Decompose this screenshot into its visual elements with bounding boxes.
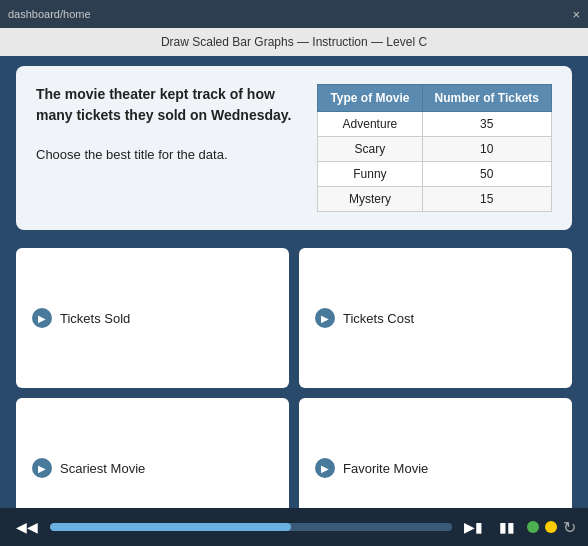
answer-text-2: Tickets Cost (343, 311, 414, 326)
pause-button[interactable]: ▮▮ (495, 517, 519, 537)
bottom-controls: ◀◀ ▶▮ ▮▮ ↻ (0, 508, 588, 546)
speaker-icon-4[interactable]: ▶ (315, 458, 335, 478)
green-dot (527, 521, 539, 533)
card-description: The movie theater kept track of how many… (36, 84, 297, 126)
skip-back-button[interactable]: ◀◀ (12, 517, 42, 537)
status-icons: ↻ (527, 518, 576, 537)
progress-fill (50, 523, 291, 531)
table-cell: Mystery (318, 187, 422, 212)
instruction-text: Draw Scaled Bar Graphs — Instruction — L… (161, 35, 427, 49)
main-content: The movie theater kept track of how many… (0, 56, 588, 546)
play-button[interactable]: ▶▮ (460, 517, 487, 537)
answer-option-2[interactable]: ▶ Tickets Cost (299, 248, 572, 388)
question-card: The movie theater kept track of how many… (16, 66, 572, 230)
speaker-icon-2[interactable]: ▶ (315, 308, 335, 328)
data-table: Type of Movie Number of Tickets Adventur… (317, 84, 552, 212)
table-cell: Funny (318, 162, 422, 187)
table-cell: Scary (318, 137, 422, 162)
answer-option-1[interactable]: ▶ Tickets Sold (16, 248, 289, 388)
table-cell: 15 (422, 187, 551, 212)
url-bar: dashboard/home (8, 8, 91, 20)
answer-text-1: Tickets Sold (60, 311, 130, 326)
col-header-tickets: Number of Tickets (422, 85, 551, 112)
close-button[interactable]: × (572, 7, 580, 22)
card-text: The movie theater kept track of how many… (36, 84, 297, 212)
progress-bar (50, 523, 452, 531)
speaker-icon-1[interactable]: ▶ (32, 308, 52, 328)
answers-area: ▶ Tickets Sold ▶ Tickets Cost ▶ Scariest… (16, 240, 572, 546)
table-cell: 10 (422, 137, 551, 162)
answer-text-4: Favorite Movie (343, 461, 428, 476)
col-header-type: Type of Movie (318, 85, 422, 112)
refresh-icon[interactable]: ↻ (563, 518, 576, 537)
yellow-dot (545, 521, 557, 533)
table-cell: Adventure (318, 112, 422, 137)
answer-text-3: Scariest Movie (60, 461, 145, 476)
table-cell: 50 (422, 162, 551, 187)
card-question: Choose the best title for the data. (36, 146, 297, 164)
top-bar: dashboard/home × (0, 0, 588, 28)
instruction-bar: Draw Scaled Bar Graphs — Instruction — L… (0, 28, 588, 56)
table-cell: 35 (422, 112, 551, 137)
speaker-icon-3[interactable]: ▶ (32, 458, 52, 478)
